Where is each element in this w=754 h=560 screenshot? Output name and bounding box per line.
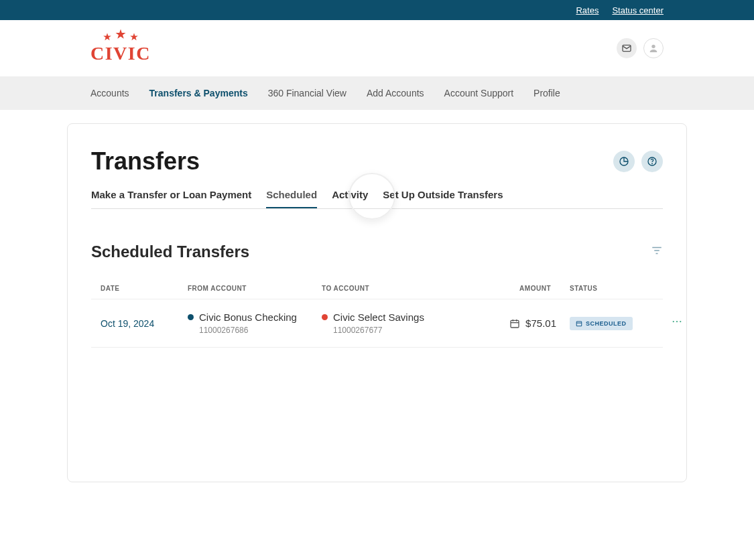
- recurring-icon: [509, 318, 520, 329]
- chart-icon: [619, 156, 629, 167]
- from-account-name: Civic Bonus Checking: [199, 311, 297, 323]
- star-icon: [129, 32, 139, 42]
- nav-add-accounts[interactable]: Add Accounts: [367, 88, 424, 98]
- title-actions: [613, 151, 663, 172]
- help-icon: [647, 156, 657, 167]
- user-icon: [648, 43, 659, 54]
- svg-rect-12: [576, 322, 582, 326]
- amount-value: $75.01: [525, 318, 556, 329]
- svg-point-1: [651, 45, 655, 48]
- col-status: STATUS: [570, 285, 664, 292]
- cell-from-account: Civic Bonus Checking 11000267686: [188, 311, 322, 335]
- star-icon: [103, 32, 112, 42]
- nav-financial-view[interactable]: 360 Financial View: [268, 88, 347, 98]
- cell-date: Oct 19, 2024: [101, 318, 188, 329]
- mail-icon: [621, 43, 632, 54]
- from-account-number: 11000267686: [199, 326, 322, 335]
- star-icon: [115, 28, 127, 40]
- content-card: Transfers Make a Transfer or Loan Paymen…: [67, 123, 687, 482]
- status-center-link[interactable]: Status center: [612, 5, 664, 15]
- to-account-name: Civic Select Savings: [333, 311, 424, 323]
- scheduled-transfers-table: DATE FROM ACCOUNT TO ACCOUNT AMOUNT STAT…: [91, 278, 663, 348]
- status-text: SCHEDULED: [586, 320, 627, 327]
- tabs: Make a Transfer or Loan Payment Schedule…: [91, 189, 663, 209]
- tab-make-transfer[interactable]: Make a Transfer or Loan Payment: [91, 189, 251, 208]
- top-utility-bar: Rates Status center: [0, 0, 754, 20]
- svg-rect-8: [511, 320, 519, 328]
- tab-scheduled[interactable]: Scheduled: [266, 189, 317, 208]
- mail-button[interactable]: [617, 38, 637, 58]
- more-icon: [671, 316, 683, 328]
- status-badge: SCHEDULED: [570, 317, 633, 330]
- logo-text: CIVIC: [90, 43, 151, 64]
- svg-point-15: [676, 321, 678, 322]
- header: CIVIC: [0, 20, 754, 76]
- nav-account-support[interactable]: Account Support: [444, 88, 514, 98]
- col-actions: [664, 285, 690, 292]
- cell-amount: $75.01: [469, 318, 570, 329]
- nav-accounts[interactable]: Accounts: [90, 88, 129, 98]
- to-account-number: 11000267677: [333, 326, 469, 335]
- page-title: Transfers: [91, 147, 200, 176]
- svg-point-16: [680, 321, 681, 322]
- help-button[interactable]: [641, 151, 663, 172]
- table-header: DATE FROM ACCOUNT TO ACCOUNT AMOUNT STAT…: [91, 278, 663, 299]
- rates-link[interactable]: Rates: [576, 5, 599, 15]
- cell-to-account: Civic Select Savings 11000267677: [322, 311, 469, 335]
- profile-button[interactable]: [643, 38, 664, 58]
- row-actions-button[interactable]: [664, 316, 690, 331]
- table-row[interactable]: Oct 19, 2024 Civic Bonus Checking 110002…: [91, 299, 663, 348]
- tab-activity[interactable]: Activity: [332, 189, 368, 208]
- col-to: TO ACCOUNT: [322, 285, 469, 292]
- main-navigation: Accounts Transfers & Payments 360 Financ…: [0, 76, 754, 110]
- section-header: Scheduled Transfers: [91, 242, 663, 261]
- card-header: Transfers: [91, 147, 663, 176]
- cell-status: SCHEDULED: [570, 317, 664, 330]
- section-title: Scheduled Transfers: [91, 242, 249, 261]
- svg-point-4: [652, 163, 653, 164]
- col-from: FROM ACCOUNT: [188, 285, 322, 292]
- tab-outside-transfers[interactable]: Set Up Outside Transfers: [383, 189, 503, 208]
- col-amount: AMOUNT: [469, 285, 570, 292]
- account-color-dot: [322, 314, 328, 320]
- filter-button[interactable]: [651, 244, 663, 259]
- widget-button[interactable]: [613, 151, 635, 172]
- brand-logo[interactable]: CIVIC: [90, 32, 151, 64]
- filter-icon: [651, 244, 663, 257]
- col-date: DATE: [101, 285, 188, 292]
- account-color-dot: [188, 314, 194, 320]
- calendar-icon: [576, 320, 582, 327]
- svg-point-14: [673, 321, 674, 322]
- header-actions: [617, 38, 664, 58]
- nav-transfers-payments[interactable]: Transfers & Payments: [149, 88, 248, 98]
- nav-profile[interactable]: Profile: [533, 88, 560, 98]
